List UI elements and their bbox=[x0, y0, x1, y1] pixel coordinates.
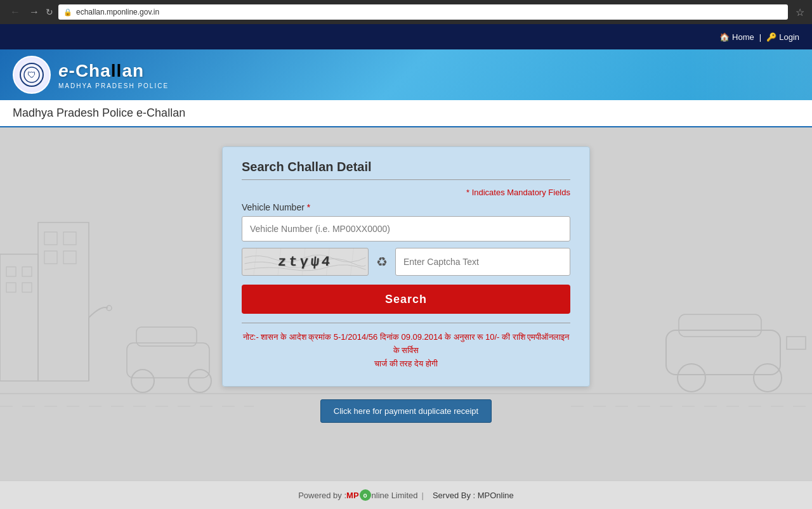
captcha-row: ztγψ4 ♻ bbox=[242, 248, 570, 276]
footer-served-text: Served By : MPOnline bbox=[433, 491, 514, 500]
captcha-image: ztγψ4 bbox=[242, 248, 369, 276]
svg-rect-11 bbox=[44, 251, 57, 264]
svg-rect-7 bbox=[22, 283, 32, 292]
footer-mp-text: MP bbox=[346, 491, 359, 500]
login-link[interactable]: 🔑 Login bbox=[766, 32, 799, 42]
home-link[interactable]: 🏠 Home bbox=[719, 32, 754, 42]
logo-emblem: 🛡 bbox=[13, 56, 51, 94]
login-link-label: Login bbox=[779, 32, 799, 42]
svg-rect-21 bbox=[136, 327, 197, 346]
payment-receipt-button[interactable]: Click here for payment duplicate receipt bbox=[320, 399, 492, 423]
svg-point-18 bbox=[754, 364, 782, 392]
captcha-input[interactable] bbox=[395, 248, 570, 276]
url-text: echallan.mponline.gov.in bbox=[76, 8, 159, 16]
main-content: Search Challan Detail * Indicates Mandat… bbox=[0, 127, 812, 480]
svg-rect-20 bbox=[127, 343, 209, 378]
svg-rect-3 bbox=[0, 254, 38, 381]
svg-rect-6 bbox=[6, 283, 16, 292]
required-star: * bbox=[307, 202, 310, 212]
footer-divider2: | bbox=[422, 491, 424, 500]
site-title: e-Challan bbox=[58, 61, 169, 81]
svg-rect-4 bbox=[6, 267, 16, 276]
svg-rect-10 bbox=[63, 232, 76, 245]
footer-circle-o: o bbox=[360, 489, 371, 501]
captcha-refresh-button[interactable]: ♻ bbox=[374, 252, 390, 272]
svg-rect-15 bbox=[666, 330, 780, 375]
page-title: Madhya Pradesh Police e-Challan bbox=[13, 106, 799, 120]
refresh-button[interactable]: ↻ bbox=[46, 7, 53, 17]
home-icon: 🏠 bbox=[719, 32, 730, 42]
page-title-bar: Madhya Pradesh Police e-Challan bbox=[0, 100, 812, 127]
search-card: Search Challan Detail * Indicates Mandat… bbox=[222, 146, 590, 387]
search-button[interactable]: Search bbox=[242, 285, 570, 314]
site-header: 🛡 e-Challan MADHYA PRADESH POLICE bbox=[0, 49, 812, 100]
svg-rect-9 bbox=[44, 232, 57, 245]
bookmark-button[interactable]: ☆ bbox=[796, 6, 804, 18]
vehicle-number-input[interactable] bbox=[242, 216, 570, 242]
svg-point-22 bbox=[131, 370, 154, 392]
svg-rect-8 bbox=[38, 222, 89, 381]
site-footer: Powered by : MP o nline Limited | Served… bbox=[0, 480, 812, 509]
top-navigation: 🏠 Home | 🔑 Login bbox=[0, 24, 812, 49]
card-title: Search Challan Detail bbox=[242, 160, 570, 180]
svg-point-14 bbox=[107, 306, 112, 311]
card-divider bbox=[242, 323, 570, 323]
lock-icon: 🔒 bbox=[63, 8, 72, 16]
svg-rect-12 bbox=[63, 251, 76, 264]
svg-rect-19 bbox=[787, 337, 806, 349]
home-link-label: Home bbox=[732, 32, 754, 42]
logo-area: 🛡 e-Challan MADHYA PRADESH POLICE bbox=[13, 56, 169, 94]
footer-powered-text: Powered by : bbox=[298, 491, 346, 500]
svg-point-17 bbox=[678, 364, 705, 392]
login-icon: 🔑 bbox=[766, 32, 776, 42]
footer-nline-text: nline Limited bbox=[372, 491, 418, 500]
browser-chrome: ← → ↻ 🔒 echallan.mponline.gov.in ☆ bbox=[0, 0, 812, 24]
address-bar[interactable]: 🔒 echallan.mponline.gov.in bbox=[58, 4, 788, 20]
notice-text: नोट:- शासन के आदेश क्रमांक 5-1/2014/56 द… bbox=[242, 331, 570, 370]
svg-point-23 bbox=[188, 370, 211, 392]
nav-divider: | bbox=[759, 32, 761, 42]
vehicle-field-label: Vehicle Number * bbox=[242, 202, 570, 212]
captcha-text: ztγψ4 bbox=[277, 254, 333, 270]
mandatory-note: * Indicates Mandatory Fields bbox=[242, 188, 570, 197]
svg-rect-16 bbox=[679, 314, 761, 337]
svg-rect-5 bbox=[22, 267, 32, 276]
forward-button[interactable]: → bbox=[27, 5, 42, 19]
site-subtitle: MADHYA PRADESH POLICE bbox=[58, 82, 169, 89]
back-button[interactable]: ← bbox=[8, 5, 23, 19]
svg-text:🛡: 🛡 bbox=[27, 70, 36, 80]
logo-text: e-Challan MADHYA PRADESH POLICE bbox=[58, 61, 169, 89]
